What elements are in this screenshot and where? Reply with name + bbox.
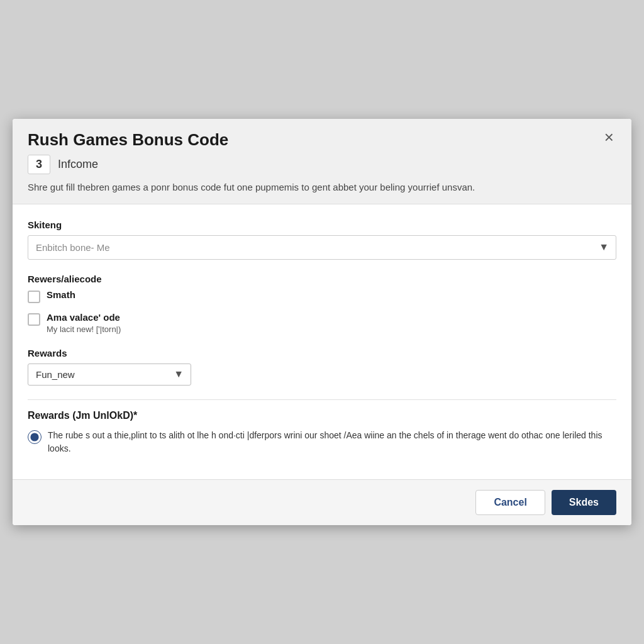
skiteng-label: Skiteng: [28, 219, 616, 230]
ama-valace-content: Ama valace' ode My lacit new! ['|torn|): [47, 312, 616, 334]
ama-valace-title: Ama valace' ode: [47, 312, 616, 323]
dialog-title: Rush Games Bonus Code: [28, 130, 592, 150]
skiteng-select-wrapper: Enbitch bone- Me ▼: [28, 235, 616, 260]
ama-valace-subtitle: My lacit new! ['|torn|): [47, 325, 616, 334]
smath-title: Smath: [47, 289, 616, 300]
rewards-unlocked-title: Rewards (Jm UnlOkD)*: [28, 410, 616, 421]
skiteng-section: Skiteng Enbitch bone- Me ▼: [28, 219, 616, 260]
smath-checkbox-item: Smath: [28, 289, 616, 303]
dialog-footer: Cancel Skdes: [13, 479, 631, 525]
rewers-section: Rewers/aliecode Smath Ama valace' ode My…: [28, 274, 616, 334]
dialog-step-row: 3 Infcome: [28, 155, 592, 174]
cancel-button[interactable]: Cancel: [475, 490, 545, 515]
dialog-header: Rush Games Bonus Code 3 Infcome Shre gut…: [13, 119, 631, 204]
dialog-description: Shre gut fill thebren games a ponr bonus…: [28, 180, 592, 195]
rewards-unlocked-radio-text: The rube s out a thie,plint to ts alith …: [48, 429, 616, 455]
rewards-unlocked-radio[interactable]: [28, 430, 42, 444]
rewards-unlocked-section: Rewards (Jm UnlOkD)* The rube s out a th…: [28, 410, 616, 455]
rewards-select-wrapper: Fun_new Option 2 ▼: [28, 364, 191, 386]
rewards-select[interactable]: Fun_new Option 2: [28, 364, 191, 386]
close-button[interactable]: ×: [602, 129, 616, 145]
rewards-section: Rewards Fun_new Option 2 ▼: [28, 348, 616, 386]
dialog-body: Skiteng Enbitch bone- Me ▼ Rewers/alieco…: [13, 204, 631, 479]
smath-content: Smath: [47, 289, 616, 300]
section-divider: [28, 399, 616, 400]
rewers-label: Rewers/aliecode: [28, 274, 616, 284]
ama-valace-checkbox-item: Ama valace' ode My lacit new! ['|torn|): [28, 312, 616, 334]
smath-checkbox[interactable]: [28, 291, 40, 303]
step-badge: 3: [28, 155, 50, 174]
dialog-header-left: Rush Games Bonus Code 3 Infcome Shre gut…: [28, 130, 592, 195]
rewers-checkbox-group: Smath Ama valace' ode My lacit new! ['|t…: [28, 289, 616, 334]
ama-valace-checkbox[interactable]: [28, 313, 40, 326]
skiteng-select[interactable]: Enbitch bone- Me: [28, 235, 616, 260]
rewards-label: Rewards: [28, 348, 616, 358]
rush-games-dialog: Rush Games Bonus Code 3 Infcome Shre gut…: [13, 119, 631, 525]
submit-button[interactable]: Skdes: [552, 490, 616, 515]
step-label: Infcome: [58, 158, 98, 171]
rewards-unlocked-radio-item: The rube s out a thie,plint to ts alith …: [28, 429, 616, 455]
